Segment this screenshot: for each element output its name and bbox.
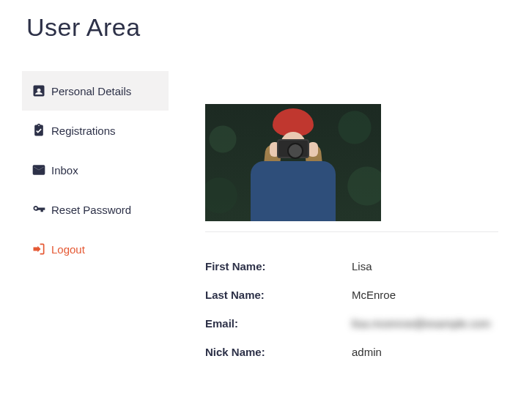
divider xyxy=(205,231,498,232)
sidebar: Personal Details Registrations Inbox Res… xyxy=(22,71,169,367)
sidebar-item-reset-password[interactable]: Reset Password xyxy=(22,190,169,229)
sidebar-item-logout[interactable]: Logout xyxy=(22,229,169,269)
last-name-value: McEnroe xyxy=(352,289,396,301)
page-title: User Area xyxy=(0,0,532,42)
sidebar-item-label: Registrations xyxy=(51,125,116,137)
sidebar-item-registrations[interactable]: Registrations xyxy=(22,111,169,150)
row-first-name: First Name: Lisa xyxy=(205,253,498,281)
email-value: lisa.mcenroe@example.com xyxy=(352,317,490,330)
sidebar-item-label: Reset Password xyxy=(51,204,131,216)
main-content: First Name: Lisa Last Name: McEnroe Emai… xyxy=(169,71,532,367)
row-nick-name: Nick Name: admin xyxy=(205,338,498,367)
first-name-label: First Name: xyxy=(205,260,352,272)
key-icon xyxy=(31,201,47,218)
sidebar-item-label: Inbox xyxy=(51,164,78,177)
layout: Personal Details Registrations Inbox Res… xyxy=(0,42,532,367)
assignment-icon xyxy=(31,122,47,138)
first-name-value: Lisa xyxy=(352,260,372,272)
row-email: Email: lisa.mcenroe@example.com xyxy=(205,310,498,338)
sidebar-item-label: Personal Details xyxy=(51,85,131,97)
mail-icon xyxy=(31,162,47,178)
nick-name-label: Nick Name: xyxy=(205,346,352,358)
sidebar-item-inbox[interactable]: Inbox xyxy=(22,150,169,190)
row-last-name: Last Name: McEnroe xyxy=(205,281,498,310)
profile-details: First Name: Lisa Last Name: McEnroe Emai… xyxy=(205,253,498,367)
profile-photo xyxy=(205,104,381,221)
sidebar-item-personal-details[interactable]: Personal Details xyxy=(22,71,169,111)
logout-icon xyxy=(31,241,47,257)
sidebar-item-label: Logout xyxy=(51,243,85,256)
email-label: Email: xyxy=(205,317,352,330)
account-box-icon xyxy=(31,83,47,99)
nick-name-value: admin xyxy=(352,346,382,358)
last-name-label: Last Name: xyxy=(205,289,352,301)
